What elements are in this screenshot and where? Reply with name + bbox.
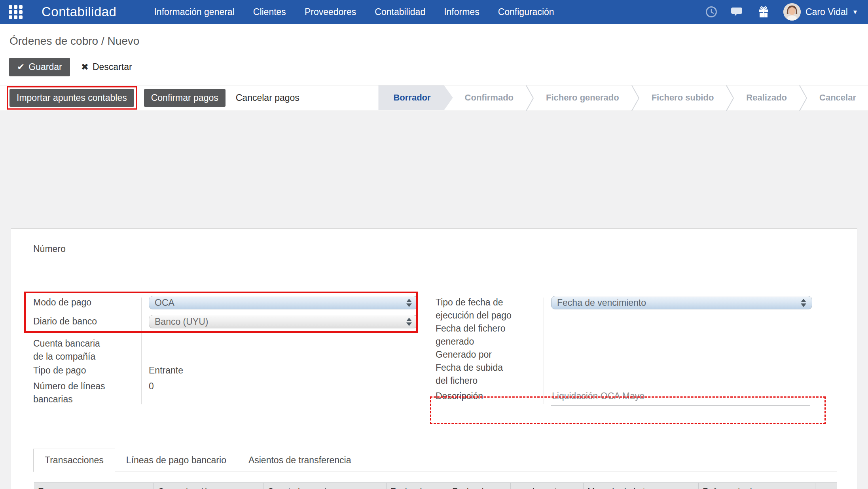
menu-clientes[interactable]: Clientes: [253, 7, 286, 17]
menu-informes[interactable]: Informes: [444, 7, 479, 17]
bank-journal-select[interactable]: Banco (UYU): [149, 315, 418, 328]
payment-type-label: Tipo de pago: [33, 364, 141, 377]
col-importe[interactable]: Importe: [511, 483, 584, 489]
record-buttons: ✔ Guardar ✖ Descartar: [9, 58, 132, 76]
tab-lineas-pago-bancario[interactable]: Líneas de pago bancario: [115, 449, 237, 472]
chevron-separator-icon: [726, 85, 734, 110]
col-empresa[interactable]: Empresa: [34, 483, 154, 489]
col-referencia[interactable]: Referencia de pago: [699, 483, 815, 489]
form-sheet: Número Modo de pago OCA Diario de banco …: [11, 228, 857, 489]
select-spinner-icon: [406, 299, 412, 307]
activities-clock-icon[interactable]: [705, 6, 718, 18]
field-row-company-bank-account: Cuenta bancaria de la compañía: [33, 337, 411, 363]
field-row-date-type: Tipo de fecha de ejecución del pago Fech…: [436, 296, 835, 322]
description-input[interactable]: [551, 390, 810, 406]
user-menu[interactable]: Caro Vidal ▾: [783, 3, 857, 21]
file-upload-date-label: Fecha de subida del fichero: [436, 361, 544, 387]
col-fecha-2[interactable]: Fecha de …: [448, 483, 511, 489]
app-brand[interactable]: Contabilidad: [42, 4, 116, 19]
transactions-table: Empresa Comunicación Cuenta bancaria Fec…: [34, 482, 837, 489]
menu-proveedores[interactable]: Proveedores: [305, 7, 356, 17]
payment-mode-label: Modo de pago: [33, 296, 141, 309]
company-bank-account-label: Cuenta bancaria de la compañía: [33, 337, 141, 363]
action-bar: Importar apuntes contables Confirmar pag…: [0, 85, 868, 110]
select-spinner-icon: [801, 299, 806, 307]
col-cuenta-bancaria[interactable]: Cuenta bancaria: [263, 483, 387, 489]
main-menu: Información general Clientes Proveedores…: [154, 7, 554, 17]
user-avatar: [783, 3, 801, 21]
breadcrumb: Órdenes de cobro / Nuevo: [9, 35, 139, 47]
payment-type-value: Entrante: [149, 364, 411, 377]
bank-journal-label: Diario de banco: [33, 315, 141, 328]
select-spinner-icon: [406, 318, 412, 326]
confirm-payments-button[interactable]: Confirmar pagos: [144, 89, 226, 107]
field-row-payment-mode: Modo de pago OCA: [33, 296, 411, 315]
menu-configuracion[interactable]: Configuración: [498, 7, 554, 17]
user-name: Caro Vidal: [805, 7, 848, 17]
number-label: Número: [33, 244, 66, 254]
table-header-row: Empresa Comunicación Cuenta bancaria Fec…: [34, 482, 837, 489]
status-borrador[interactable]: Borrador: [378, 85, 453, 110]
save-button[interactable]: ✔ Guardar: [9, 58, 70, 76]
status-cancelar[interactable]: Cancelar: [807, 85, 868, 110]
col-moneda[interactable]: Moneda de la transa…: [584, 483, 699, 489]
field-row-upload-date: Fecha de subida del fichero: [436, 361, 835, 387]
bank-lines-count-value: 0: [149, 380, 411, 393]
col-fecha-1[interactable]: Fecha de …: [387, 483, 448, 489]
field-row-payment-type: Tipo de pago Entrante: [33, 364, 411, 377]
messages-chat-icon[interactable]: [731, 6, 744, 18]
import-journal-items-button[interactable]: Importar apuntes contables: [9, 89, 134, 107]
status-fichero-subido[interactable]: Fichero subido: [640, 85, 726, 110]
check-icon: ✔: [17, 62, 25, 72]
field-row-bank-lines-count: Número de líneas bancarias 0: [33, 380, 411, 406]
apps-menu-icon[interactable]: [9, 5, 23, 19]
close-icon: ✖: [81, 62, 89, 72]
bank-lines-count-label: Número de líneas bancarias: [33, 380, 141, 406]
col-comunicacion[interactable]: Comunicación: [154, 483, 263, 489]
gift-icon[interactable]: [757, 6, 770, 18]
annotation-import-button-highlight: Importar apuntes contables: [7, 86, 137, 110]
systray: Caro Vidal ▾: [705, 3, 857, 21]
notebook-tabs: Transacciones Líneas de pago bancario As…: [33, 449, 837, 472]
generated-file-date-label: Fecha del fichero generado: [436, 322, 544, 348]
chevron-down-icon: ▾: [853, 8, 857, 16]
field-row-generated-by: Generado por: [436, 348, 835, 361]
col-empty: [815, 483, 837, 489]
tab-transacciones[interactable]: Transacciones: [33, 449, 115, 472]
status-fichero-generado[interactable]: Fichero generado: [534, 85, 631, 110]
field-row-bank-journal: Diario de banco Banco (UYU): [33, 315, 411, 334]
field-row-description: Descripción: [436, 390, 835, 406]
chevron-separator-icon: [631, 85, 640, 110]
chevron-separator-icon: [799, 85, 807, 110]
menu-contabilidad[interactable]: Contabilidad: [375, 7, 425, 17]
chevron-separator-icon: [525, 85, 534, 110]
description-label: Descripción: [436, 390, 544, 403]
cancel-payments-button[interactable]: Cancelar pagos: [236, 93, 299, 103]
generated-by-label: Generado por: [436, 348, 544, 361]
field-row-generated-file-date: Fecha del fichero generado: [436, 322, 835, 348]
execution-date-type-select[interactable]: Fecha de vencimiento: [551, 296, 812, 309]
top-navbar: Contabilidad Información general Cliente…: [0, 0, 868, 24]
content-background: Número Modo de pago OCA Diario de banco …: [0, 111, 868, 489]
payment-mode-select[interactable]: OCA: [149, 296, 418, 309]
statusbar: Borrador Confirmado Fichero generado Fic…: [378, 85, 868, 110]
left-field-group: Modo de pago OCA Diario de banco Banco (…: [33, 296, 411, 406]
tab-asientos-transferencia[interactable]: Asientos de transferencia: [237, 449, 362, 472]
status-confirmado[interactable]: Confirmado: [453, 85, 525, 110]
menu-informacion-general[interactable]: Información general: [154, 7, 234, 17]
execution-date-type-label: Tipo de fecha de ejecución del pago: [436, 296, 544, 322]
status-realizado[interactable]: Realizado: [734, 85, 799, 110]
right-field-group: Tipo de fecha de ejecución del pago Fech…: [436, 296, 835, 406]
discard-button[interactable]: ✖ Descartar: [81, 62, 132, 72]
